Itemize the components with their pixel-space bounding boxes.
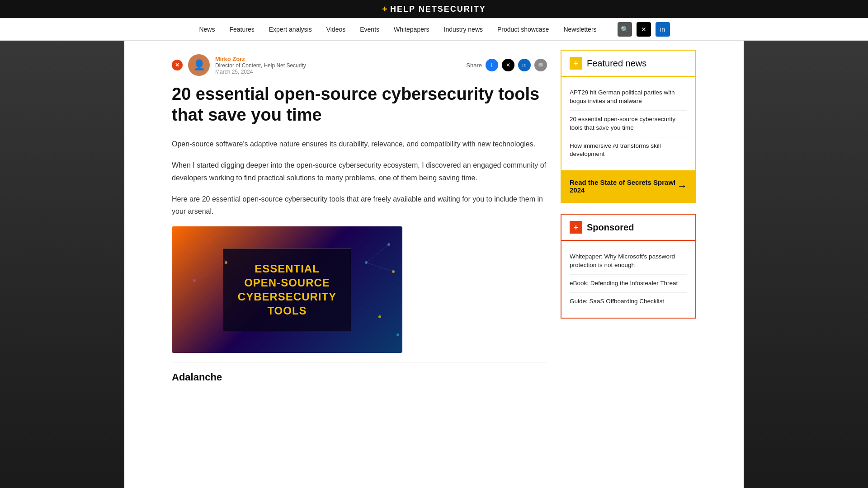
featured-cta-arrow-icon: → [677,180,687,192]
article-meta: ✕ 👤 Mirko Zorz Director of Content, Help… [172,54,547,76]
svg-line-11 [194,263,226,281]
featured-section: + Featured news APT29 hit German politic… [561,50,696,203]
svg-line-12 [366,244,389,263]
sponsored-plus-icon: + [570,221,582,234]
sponsored-item-1[interactable]: eBook: Defending the Infostealer Threat [570,275,687,293]
nav-item-videos[interactable]: Videos [326,26,347,33]
article-title: 20 essential open-source cybersecurity t… [172,84,547,125]
featured-header: + Featured news [561,51,695,77]
twitter-x-button[interactable]: ✕ [637,22,651,37]
sponsored-item-0[interactable]: Whitepaper: Why Microsoft's password pro… [570,248,687,275]
svg-point-5 [365,261,368,264]
article-main: ✕ 👤 Mirko Zorz Director of Content, Help… [172,41,547,397]
nav-item-events[interactable]: Events [359,26,380,33]
share-twitter-button[interactable]: ✕ [502,59,514,71]
article-body: Open-source software's adaptive nature e… [172,138,547,217]
search-button[interactable]: 🔍 [618,22,632,37]
svg-point-3 [193,279,196,282]
article-date: March 25, 2024 [215,69,461,75]
sponsored-item-2[interactable]: Guide: SaaS Offboarding Checklist [570,293,687,310]
author-avatar: 👤 [188,54,210,76]
site-logo[interactable]: + HELP NETSECURITY [382,4,486,14]
svg-line-13 [366,263,393,272]
nav-item-industry-news[interactable]: Industry news [443,26,484,33]
share-linkedin-button[interactable]: in [518,59,531,71]
page-wrapper: ✕ 👤 Mirko Zorz Director of Content, Help… [163,41,705,397]
svg-line-9 [185,240,208,253]
article-image-inner: ESSENTIAL OPEN-SOURCE CYBERSECURITY TOOL… [223,249,351,331]
article-image: ESSENTIAL OPEN-SOURCE CYBERSECURITY TOOL… [172,226,402,353]
image-label-line4: TOOLS [238,304,336,318]
svg-point-8 [396,333,399,336]
nav-item-expert-analysis[interactable]: Expert analysis [268,26,313,33]
sponsored-list: Whitepaper: Why Microsoft's password pro… [561,241,695,318]
sponsored-header: + Sponsored [561,215,695,241]
featured-list: APT29 hit German political parties with … [561,77,695,170]
logo-plus-icon: + [382,4,387,14]
nav-item-features[interactable]: Features [228,26,255,33]
svg-point-6 [392,270,395,273]
author-info: Mirko Zorz Director of Content, Help Net… [215,56,461,75]
share-facebook-button[interactable]: f [486,59,498,71]
featured-item-1[interactable]: 20 essential open-source cybersecurity t… [570,111,687,137]
share-area: Share f ✕ in ✉ [466,59,547,71]
article-divider [172,362,547,362]
svg-point-0 [184,252,187,255]
article-paragraph-1: Open-source software's adaptive nature e… [172,138,547,150]
svg-point-7 [378,315,381,318]
top-bar: + HELP NETSECURITY [0,0,868,18]
article-paragraph-3: Here are 20 essential open-source cybers… [172,193,547,217]
nav-bar: News Features Expert analysis Videos Eve… [0,18,868,41]
right-background [744,0,868,488]
nav-icons: 🔍 ✕ in [618,22,670,37]
article-paragraph-2: When I started digging deeper into the o… [172,159,547,183]
linkedin-button[interactable]: in [656,22,670,37]
logo-text: HELP NETSECURITY [390,5,486,14]
featured-plus-icon: + [570,57,582,70]
nav-item-whitepapers[interactable]: Whitepapers [393,26,430,33]
close-button[interactable]: ✕ [172,60,183,70]
author-name[interactable]: Mirko Zorz [215,56,461,62]
image-label-line2: OPEN-SOURCE [238,276,336,290]
featured-item-2[interactable]: How immersive AI transforms skill develo… [570,137,687,164]
featured-title: Featured news [587,58,646,69]
image-label-line1: ESSENTIAL [238,262,336,276]
nav-item-product-showcase[interactable]: Product showcase [496,26,550,33]
sponsored-section: + Sponsored Whitepaper: Why Microsoft's … [561,214,696,319]
image-label-line3: CYBERSECURITY [238,290,336,304]
sponsored-title: Sponsored [587,222,634,233]
section-heading: Adalanche [172,371,547,383]
share-label: Share [466,62,482,69]
svg-point-1 [207,239,209,241]
right-sidebar: + Featured news APT29 hit German politic… [561,41,696,397]
left-background [0,0,124,488]
featured-cta-text: Read the State of Secrets Sprawl 2024 [570,178,677,194]
featured-cta-button[interactable]: Read the State of Secrets Sprawl 2024 → [561,170,695,202]
featured-item-0[interactable]: APT29 hit German political parties with … [570,84,687,111]
svg-point-4 [387,243,390,246]
author-role: Director of Content, Help Net Security [215,62,461,69]
share-email-button[interactable]: ✉ [534,59,547,71]
nav-item-news[interactable]: News [198,26,216,33]
nav-item-newsletters[interactable]: Newsletters [562,26,597,33]
